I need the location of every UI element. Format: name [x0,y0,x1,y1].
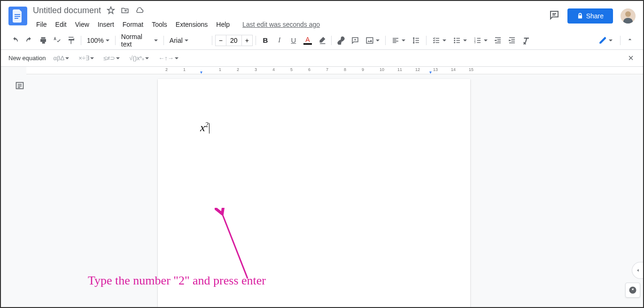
comment-history-icon[interactable] [549,9,560,23]
move-icon[interactable] [121,6,129,15]
paint-format-button[interactable] [65,34,78,47]
menu-view[interactable]: View [72,19,93,30]
horizontal-ruler: 2 1 ▾ 1 2 3 4 5 6 7 8 9 10 11 12 ▾ 13 14… [26,67,643,74]
header-right: Share [549,8,636,24]
math-ops-dropdown[interactable]: √()xⁿₐ [127,53,151,63]
font-dropdown[interactable]: Arial [167,35,209,46]
relations-dropdown[interactable]: ≤≠⊃ [101,53,122,63]
svg-point-6 [625,11,631,17]
redo-button[interactable] [23,34,36,47]
svg-rect-10 [366,38,373,43]
text-color-button[interactable]: A [301,34,314,47]
greek-letters-dropdown[interactable]: αβΔ [52,53,71,63]
new-equation-button[interactable]: New equation [8,55,46,62]
share-button[interactable]: Share [567,8,613,24]
link-button[interactable] [334,34,348,47]
font-size-control: − + [215,35,253,46]
italic-button[interactable]: I [273,34,286,47]
svg-rect-1 [15,16,20,17]
font-size-increase[interactable]: + [241,35,253,46]
print-button[interactable] [37,34,50,47]
title-area: Untitled document File Edit View Insert … [33,5,549,30]
indent-increase-button[interactable] [505,34,519,47]
menu-tools[interactable]: Tools [148,19,171,30]
lock-icon [577,13,583,19]
star-icon[interactable] [107,6,115,15]
last-edit-link[interactable]: Last edit was seconds ago [242,21,320,28]
hide-menus-button[interactable] [624,34,636,47]
right-margin-marker[interactable]: ▾ [429,70,432,75]
font-size-decrease[interactable]: − [215,35,226,46]
number-list-button[interactable]: 123 [471,34,490,47]
highlight-button[interactable] [315,34,328,47]
menu-extensions[interactable]: Extensions [172,19,211,30]
zoom-dropdown[interactable]: 100% [84,35,112,46]
outline-icon[interactable] [15,81,24,92]
document-title[interactable]: Untitled document [33,6,101,16]
menu-format[interactable]: Format [119,19,147,30]
equation-content[interactable]: x2 [200,121,209,134]
checklist-button[interactable] [429,34,449,47]
style-dropdown[interactable]: Normal text [118,31,161,50]
underline-button[interactable]: U [287,34,300,47]
cloud-status-icon[interactable] [135,6,144,15]
document-scroll[interactable]: 2 1 ▾ 1 2 3 4 5 6 7 8 9 10 11 12 ▾ 13 14… [26,67,643,307]
image-button[interactable] [363,34,382,47]
align-button[interactable] [388,34,408,47]
left-margin-marker[interactable]: ▾ [200,70,202,75]
arrows-dropdown[interactable]: ←↑→ [156,53,180,63]
explore-button[interactable] [625,283,640,298]
document-page[interactable]: x2 [158,79,470,307]
indent-decrease-button[interactable] [491,34,504,47]
text-cursor [209,123,209,134]
workspace: 2 1 1 2 3 4 5 6 7 8 9 2 1 ▾ 1 2 3 4 5 6 … [1,67,643,307]
svg-point-11 [454,38,455,39]
bullet-list-button[interactable] [450,34,470,47]
editing-mode-button[interactable] [595,34,616,47]
close-equation-bar[interactable]: × [626,51,636,65]
svg-point-13 [454,42,455,43]
spellcheck-button[interactable] [51,34,64,47]
user-avatar[interactable] [621,8,636,24]
undo-button[interactable] [8,34,22,47]
docs-logo[interactable] [8,7,27,25]
equation-toolbar: New equation αβΔ ×÷∃ ≤≠⊃ √()xⁿₐ ←↑→ × [1,50,643,67]
svg-point-12 [454,39,455,41]
svg-text:3: 3 [474,41,475,44]
menu-file[interactable]: File [33,19,50,30]
line-spacing-button[interactable] [409,34,423,47]
menu-insert[interactable]: Insert [94,19,117,30]
menu-edit[interactable]: Edit [52,19,70,30]
app-header: Untitled document File Edit View Insert … [1,1,643,31]
bold-button[interactable]: B [259,34,272,47]
font-size-input[interactable] [226,35,241,46]
svg-rect-2 [15,18,18,19]
svg-rect-0 [15,14,20,15]
toolbar: 100% Normal text Arial − + B I U A 123 [1,31,643,50]
menu-help[interactable]: Help [213,19,233,30]
menubar: File Edit View Insert Format Tools Exten… [33,19,549,30]
clear-format-button[interactable] [520,34,533,47]
share-label: Share [586,12,604,20]
comment-button[interactable] [349,34,362,47]
misc-ops-dropdown[interactable]: ×÷∃ [77,53,96,63]
